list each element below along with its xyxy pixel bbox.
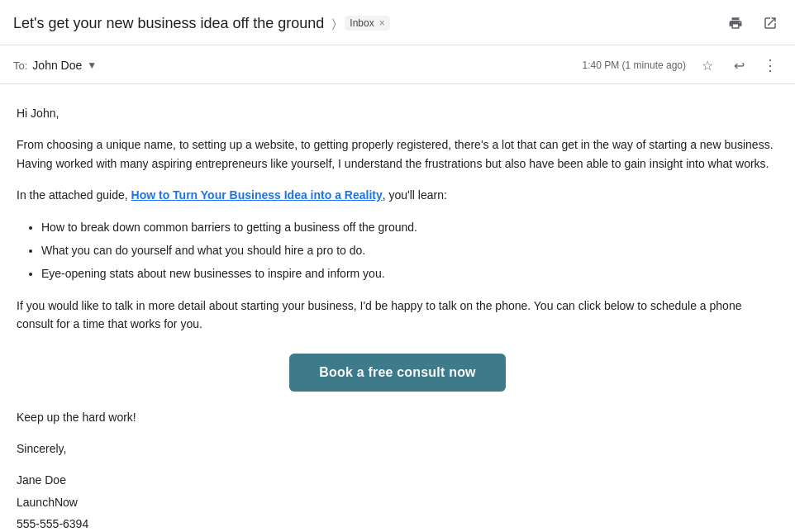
subject-arrow-icon: 〉 xyxy=(332,17,336,31)
signature-phone: 555-555-6394 xyxy=(17,515,778,532)
paragraph1: From choosing a unique name, to setting … xyxy=(17,135,778,173)
print-button[interactable] xyxy=(724,12,747,35)
header-icons xyxy=(724,12,782,35)
paragraph2: In the attached guide, How to Turn Your … xyxy=(17,186,778,204)
email-header-bar: Let's get your new business idea off the… xyxy=(0,0,795,45)
reply-icon: ↩ xyxy=(734,58,745,74)
closing2: Sincerely, xyxy=(17,439,778,458)
print-icon xyxy=(728,16,743,31)
greeting: Hi John, xyxy=(17,104,778,122)
popout-button[interactable] xyxy=(759,12,782,35)
email-subject: Let's get your new business idea off the… xyxy=(13,15,324,32)
inbox-tag[interactable]: Inbox × xyxy=(345,16,389,31)
bullet-list: How to break down common barriers to get… xyxy=(41,218,778,283)
closing1: Keep up the hard work! xyxy=(17,408,778,426)
list-item: How to break down common barriers to get… xyxy=(41,218,778,236)
email-body: Hi John, From choosing a unique name, to… xyxy=(0,84,795,532)
inbox-close-icon[interactable]: × xyxy=(379,17,385,29)
inbox-label: Inbox xyxy=(350,17,374,29)
book-consult-button[interactable]: Book a free consult now xyxy=(289,354,506,392)
to-label: To: xyxy=(13,59,27,72)
cta-container: Book a free consult now xyxy=(17,354,778,392)
more-icon: ⋮ xyxy=(763,56,778,74)
email-subject-area: Let's get your new business idea off the… xyxy=(13,15,724,32)
reply-button[interactable]: ↩ xyxy=(727,54,750,77)
signature-block: Keep up the hard work! Sincerely, Jane D… xyxy=(17,408,778,532)
more-options-button[interactable]: ⋮ xyxy=(759,54,782,77)
signature-name: Jane Doe xyxy=(17,471,778,489)
recipient-dropdown-icon[interactable]: ▼ xyxy=(87,59,97,71)
popout-icon xyxy=(763,16,778,31)
timestamp-area: 1:40 PM (1 minute ago) ☆ ↩ ⋮ xyxy=(583,54,782,77)
paragraph3: If you would like to talk in more detail… xyxy=(17,297,778,334)
star-button[interactable]: ☆ xyxy=(696,54,719,77)
guide-link[interactable]: How to Turn Your Business Idea into a Re… xyxy=(131,188,383,202)
list-item: What you can do yourself and what you sh… xyxy=(41,241,778,259)
star-icon: ☆ xyxy=(702,58,713,74)
sender-row: To: John Doe ▼ 1:40 PM (1 minute ago) ☆ … xyxy=(0,45,795,84)
timestamp-icons: ☆ ↩ ⋮ xyxy=(696,54,782,77)
timestamp: 1:40 PM (1 minute ago) xyxy=(583,59,686,71)
paragraph2-suffix: , you'll learn: xyxy=(383,188,447,202)
sender-info: To: John Doe ▼ xyxy=(13,59,97,72)
signature-company: LaunchNow xyxy=(17,493,778,511)
recipient-name: John Doe xyxy=(32,59,82,72)
paragraph2-prefix: In the attached guide, xyxy=(17,188,131,202)
list-item: Eye-opening stats about new businesses t… xyxy=(41,264,778,283)
